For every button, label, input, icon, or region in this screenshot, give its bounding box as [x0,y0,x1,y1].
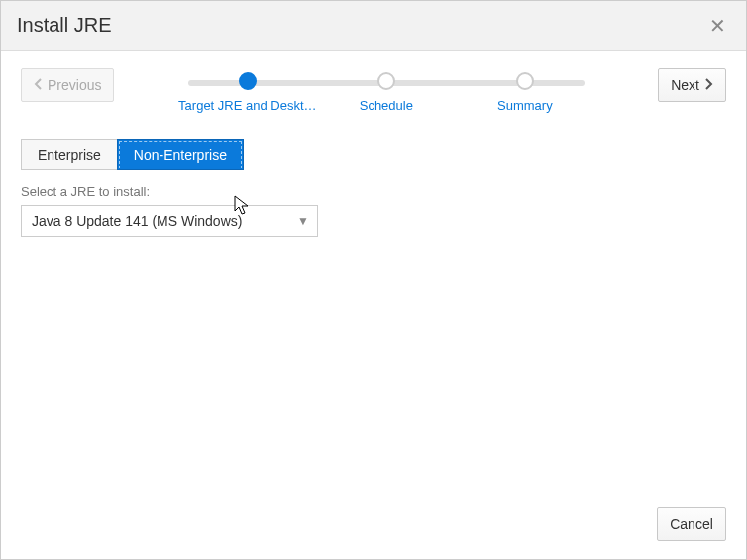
chevron-left-icon [34,77,44,93]
tab-strip: Enterprise Non-Enterprise [21,139,726,170]
chevron-right-icon [703,77,713,93]
wizard-nav-row: Previous Target JRE and Deskt… Schedule [1,51,746,121]
select-jre-prompt: Select a JRE to install: [21,184,726,199]
step-label-1: Target JRE and Deskt… [178,98,316,113]
dialog-title: Install JRE [17,14,112,37]
close-icon[interactable]: ✕ [705,14,730,38]
previous-button: Previous [21,68,114,102]
wizard-content: Enterprise Non-Enterprise Select a JRE t… [1,121,746,496]
previous-label: Previous [48,77,101,93]
tab-enterprise[interactable]: Enterprise [21,139,118,170]
jre-select-value: Java 8 Update 141 (MS Windows) [32,213,242,229]
step-label-2: Schedule [360,98,413,113]
step-dot-active [239,72,257,90]
wizard-steps: Target JRE and Deskt… Schedule Summary [114,68,658,113]
step-label-3: Summary [497,98,553,113]
jre-select[interactable]: Java 8 Update 141 (MS Windows) ▼ [21,205,318,237]
step-node-2[interactable]: Schedule [317,72,456,113]
step-node-3[interactable]: Summary [456,72,594,113]
install-jre-dialog: Install JRE ✕ Previous Target JRE and De… [0,0,747,560]
dialog-footer: Cancel [1,496,746,559]
step-dot [516,72,534,90]
dialog-titlebar: Install JRE ✕ [1,1,746,51]
step-node-1[interactable]: Target JRE and Deskt… [178,72,317,113]
tab-non-enterprise-label: Non-Enterprise [134,147,227,163]
chevron-down-icon: ▼ [297,214,309,228]
step-dot [377,72,395,90]
cancel-label: Cancel [670,516,713,532]
next-label: Next [671,77,699,93]
cancel-button[interactable]: Cancel [657,507,726,541]
next-button[interactable]: Next [658,68,726,102]
tab-non-enterprise[interactable]: Non-Enterprise [117,139,244,170]
tab-enterprise-label: Enterprise [38,147,101,163]
